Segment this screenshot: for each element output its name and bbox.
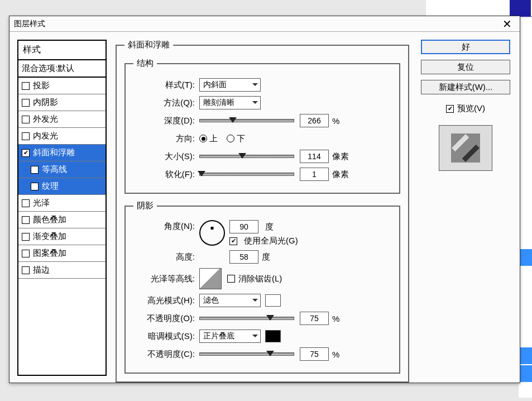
style-label: 样式(T): <box>133 80 199 90</box>
altitude-unit: 度 <box>262 252 270 262</box>
shadow-opacity-input[interactable]: 75 <box>300 347 329 361</box>
soften-label: 软化(F): <box>133 169 199 180</box>
dialog-title: 图层样式 <box>14 19 499 29</box>
soften-input[interactable]: 1 <box>300 168 329 181</box>
structure-legend: 结构 <box>133 58 157 69</box>
size-slider[interactable] <box>199 155 294 158</box>
direction-up-radio[interactable] <box>199 135 207 142</box>
technique-combo[interactable]: 雕刻清晰 <box>199 96 261 109</box>
style-checkbox[interactable] <box>22 199 30 207</box>
preview-label: 预览(V) <box>457 103 485 114</box>
style-row-内阴影[interactable]: 内阴影 <box>18 94 106 111</box>
shadow-opacity-slider[interactable] <box>199 352 294 356</box>
angle-input[interactable]: 90 <box>229 220 258 233</box>
altitude-input[interactable]: 58 <box>229 250 258 264</box>
style-checkbox[interactable] <box>22 132 30 140</box>
bevel-emboss-legend: 斜面和浮雕 <box>124 40 173 50</box>
blend-options-row[interactable]: 混合选项:默认 <box>18 60 106 78</box>
titlebar: 图层样式 ✕ <box>9 16 520 32</box>
style-checkbox[interactable] <box>22 82 30 90</box>
preview-thumbnail <box>439 125 492 171</box>
style-label: 渐变叠加 <box>33 231 66 242</box>
highlight-opacity-input[interactable]: 75 <box>300 312 329 325</box>
style-checkbox[interactable] <box>22 266 30 274</box>
angle-unit: 度 <box>265 222 274 232</box>
style-row-图案叠加[interactable]: 图案叠加 <box>18 245 106 262</box>
style-label: 斜面和浮雕 <box>33 147 75 158</box>
highlight-opacity-unit: % <box>332 314 339 323</box>
soften-slider[interactable] <box>199 173 294 176</box>
highlight-color-swatch[interactable] <box>265 294 281 307</box>
shading-legend: 阴影 <box>133 200 157 211</box>
style-label: 纹理 <box>42 181 59 192</box>
style-row-投影[interactable]: 投影 <box>18 78 106 94</box>
altitude-label: 高度: <box>133 252 199 262</box>
style-checkbox[interactable] <box>22 216 30 224</box>
style-label: 等高线 <box>42 164 67 175</box>
style-checkbox[interactable] <box>22 250 30 257</box>
style-checkbox[interactable] <box>22 233 30 241</box>
style-checkbox[interactable] <box>22 116 30 123</box>
reset-button[interactable]: 复位 <box>421 60 510 74</box>
new-style-button[interactable]: 新建样式(W)... <box>421 80 510 94</box>
antialias-label: 消除锯齿(L) <box>238 274 282 284</box>
depth-slider[interactable] <box>199 119 294 122</box>
layer-style-dialog: 图层样式 ✕ 样式 混合选项:默认 投影内阴影外发光内发光斜面和浮雕等高线纹理光… <box>9 16 520 383</box>
direction-label: 方向: <box>133 133 199 144</box>
highlight-opacity-slider[interactable] <box>199 317 294 320</box>
direction-up-label: 上 <box>209 133 218 144</box>
depth-input[interactable]: 266 <box>300 114 329 127</box>
soften-unit: 像素 <box>332 169 349 180</box>
style-label: 内发光 <box>33 131 58 141</box>
highlight-mode-combo[interactable]: 滤色 <box>199 294 261 307</box>
close-icon[interactable]: ✕ <box>499 17 515 31</box>
style-checkbox[interactable] <box>22 149 30 157</box>
shadow-color-swatch[interactable] <box>265 330 281 342</box>
style-label: 光泽 <box>33 198 50 208</box>
style-label: 投影 <box>33 80 50 91</box>
shading-group: 阴影 角度(N): 90 度 使用全局光(G) <box>124 200 400 374</box>
preview-checkbox[interactable] <box>446 105 454 113</box>
style-checkbox[interactable] <box>31 166 39 174</box>
style-row-渐变叠加[interactable]: 渐变叠加 <box>18 228 106 245</box>
bevel-emboss-group: 斜面和浮雕 结构 样式(T): 内斜面 方法(Q): 雕刻清晰 深度(D): <box>116 40 409 383</box>
bg-blue-square <box>510 0 531 17</box>
direction-down-radio[interactable] <box>227 135 234 142</box>
style-row-颜色叠加[interactable]: 颜色叠加 <box>18 212 106 228</box>
style-checkbox[interactable] <box>31 183 39 190</box>
gloss-contour-picker[interactable] <box>199 268 222 289</box>
style-combo[interactable]: 内斜面 <box>199 78 261 92</box>
shadow-mode-combo[interactable]: 正片叠底 <box>199 330 261 343</box>
bg-right-highlight <box>519 365 532 382</box>
style-label: 内阴影 <box>33 97 58 108</box>
angle-dial[interactable] <box>199 220 225 246</box>
size-input[interactable]: 114 <box>300 150 329 163</box>
style-row-斜面和浮雕[interactable]: 斜面和浮雕 <box>18 145 106 161</box>
style-checkbox[interactable] <box>22 99 30 107</box>
depth-label: 深度(D): <box>133 116 199 126</box>
angle-label: 角度(N): <box>133 220 199 232</box>
blend-options-label: 混合选项:默认 <box>22 63 74 74</box>
bg-right-strip <box>519 18 532 398</box>
style-row-纹理[interactable]: 纹理 <box>18 178 106 195</box>
global-light-checkbox[interactable] <box>229 237 237 245</box>
styles-list: 样式 混合选项:默认 投影内阴影外发光内发光斜面和浮雕等高线纹理光泽颜色叠加渐变… <box>17 40 107 376</box>
style-label: 外发光 <box>33 114 58 125</box>
style-row-光泽[interactable]: 光泽 <box>18 195 106 212</box>
shadow-opacity-unit: % <box>332 350 339 359</box>
technique-label: 方法(Q): <box>133 98 199 108</box>
style-row-等高线[interactable]: 等高线 <box>18 161 106 178</box>
style-row-外发光[interactable]: 外发光 <box>18 111 106 128</box>
style-label: 图案叠加 <box>33 248 66 259</box>
bg-right-highlight <box>519 347 532 364</box>
size-label: 大小(S): <box>133 151 199 162</box>
style-label: 颜色叠加 <box>33 214 66 225</box>
bevel-preview-icon <box>451 133 480 163</box>
ok-button[interactable]: 好 <box>421 40 510 54</box>
antialias-checkbox[interactable] <box>227 275 235 283</box>
style-row-内发光[interactable]: 内发光 <box>18 128 106 145</box>
global-light-label: 使用全局光(G) <box>244 236 298 246</box>
style-label: 描边 <box>33 265 50 275</box>
style-row-描边[interactable]: 描边 <box>18 262 106 279</box>
styles-header[interactable]: 样式 <box>18 41 106 60</box>
